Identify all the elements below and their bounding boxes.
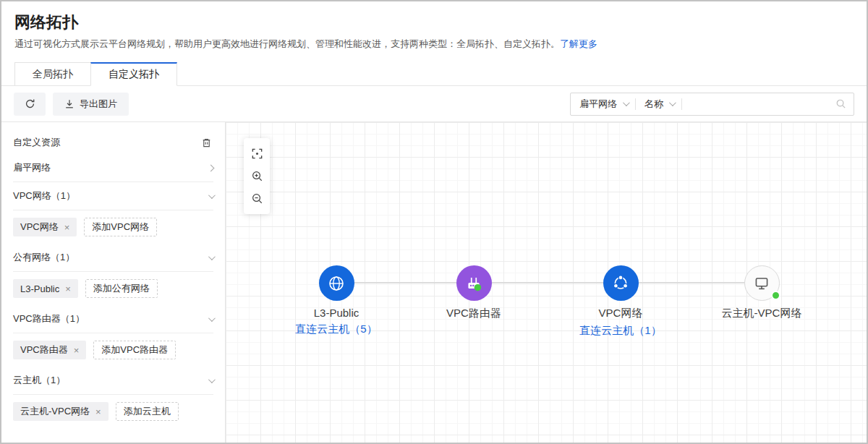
zoom-in-icon bbox=[251, 170, 263, 182]
trash-icon bbox=[201, 137, 212, 148]
resource-type-value: 扁平网络 bbox=[579, 98, 617, 111]
custom-resource-sidebar: 自定义资源 扁平网络 VPC网络（1） VPC网络 bbox=[1, 122, 226, 443]
resource-tag[interactable]: VPC路由器 × bbox=[13, 341, 86, 359]
add-vm-button[interactable]: 添加云主机 bbox=[116, 402, 179, 421]
tag-label: L3-Public bbox=[20, 283, 59, 294]
chevron-down-icon bbox=[208, 253, 216, 260]
node-label: VPC网络 bbox=[599, 307, 643, 320]
vpc-network-node[interactable] bbox=[603, 265, 639, 301]
export-image-label: 导出图片 bbox=[80, 98, 117, 111]
public-network-node[interactable] bbox=[319, 265, 354, 301]
add-public-network-button[interactable]: 添加公有网络 bbox=[85, 279, 158, 298]
section-label: 扁平网络 bbox=[13, 161, 51, 174]
node-vpc-network: VPC网络 直连云主机（1） bbox=[556, 265, 686, 338]
add-vpc-router-button[interactable]: 添加VPC路由器 bbox=[93, 341, 176, 359]
chevron-down-icon bbox=[208, 376, 216, 383]
resource-type-select[interactable]: 扁平网络 bbox=[571, 93, 635, 115]
vpc-router-node[interactable] bbox=[456, 265, 492, 301]
globe-icon bbox=[327, 274, 346, 293]
topology-canvas[interactable]: L3-Public 直连云主机（5） VPC路由器 bbox=[226, 122, 867, 443]
toolbar: 导出图片 扁平网络 名称 bbox=[1, 86, 867, 122]
resource-tag[interactable]: VPC网络 × bbox=[13, 218, 77, 236]
tag-label: 云主机-VPC网络 bbox=[20, 405, 90, 418]
zoom-out-icon bbox=[251, 192, 263, 205]
section-label: 云主机（1） bbox=[13, 374, 65, 387]
page-description: 通过可视化方式展示云平台网络规划，帮助用户更高效地进行网络规划、管理和性能改进，… bbox=[14, 38, 852, 50]
search-field-value: 名称 bbox=[644, 98, 663, 111]
tab-global-topology[interactable]: 全局拓扑 bbox=[14, 62, 91, 86]
vm-node[interactable] bbox=[744, 265, 780, 301]
sidebar-title: 自定义资源 bbox=[13, 136, 60, 149]
resource-tag[interactable]: L3-Public × bbox=[13, 279, 78, 298]
resource-tag[interactable]: 云主机-VPC网络 × bbox=[13, 402, 109, 421]
network-topology-page: 网络拓扑 通过可视化方式展示云平台网络规划，帮助用户更高效地进行网络规划、管理和… bbox=[0, 0, 868, 444]
remove-tag-icon[interactable]: × bbox=[95, 407, 101, 417]
node-label: L3-Public bbox=[314, 307, 359, 319]
learn-more-link[interactable]: 了解更多 bbox=[560, 38, 597, 49]
node-label: VPC路由器 bbox=[446, 307, 501, 320]
fit-view-icon bbox=[251, 148, 263, 160]
zoom-out-button[interactable] bbox=[245, 187, 268, 210]
tab-label: 全局拓扑 bbox=[33, 68, 73, 81]
section-items-public-network: L3-Public × 添加公有网络 bbox=[13, 272, 213, 305]
tag-label: VPC网络 bbox=[20, 221, 59, 234]
page-description-text: 通过可视化方式展示云平台网络规划，帮助用户更高效地进行网络规划、管理和性能改进，… bbox=[14, 38, 560, 49]
tab-label: 自定义拓扑 bbox=[109, 68, 159, 81]
tab-custom-topology[interactable]: 自定义拓扑 bbox=[90, 62, 177, 86]
status-running-dot bbox=[771, 291, 780, 300]
page-header: 网络拓扑 通过可视化方式展示云平台网络规划，帮助用户更高效地进行网络规划、管理和… bbox=[1, 1, 867, 50]
section-label: VPC路由器（1） bbox=[13, 312, 85, 325]
canvas-zoom-controls bbox=[244, 138, 270, 214]
sidebar-section-public-network[interactable]: 公有网络（1） bbox=[13, 244, 213, 272]
chevron-down-icon bbox=[669, 99, 676, 106]
vm-monitor-icon bbox=[752, 274, 771, 293]
fit-view-button[interactable] bbox=[245, 142, 268, 165]
node-vm: 云主机-VPC网络 bbox=[697, 265, 827, 320]
clear-resources-button[interactable] bbox=[200, 136, 213, 150]
search-bar: 扁平网络 名称 bbox=[570, 93, 854, 116]
search-input[interactable] bbox=[682, 93, 828, 115]
node-public-network: L3-Public 直连云主机（5） bbox=[271, 265, 401, 336]
remove-tag-icon[interactable]: × bbox=[74, 346, 80, 355]
sidebar-section-vm[interactable]: 云主机（1） bbox=[13, 367, 213, 395]
refresh-button[interactable] bbox=[14, 93, 46, 116]
router-icon bbox=[464, 274, 483, 293]
add-vpc-network-button[interactable]: 添加VPC网络 bbox=[84, 218, 157, 236]
sidebar-section-vpc-router[interactable]: VPC路由器（1） bbox=[13, 305, 213, 333]
sidebar-section-vpc-network[interactable]: VPC网络（1） bbox=[13, 182, 213, 210]
search-icon bbox=[835, 98, 846, 109]
chevron-down-icon bbox=[208, 315, 216, 322]
vpc-network-icon bbox=[611, 274, 630, 293]
chevron-down-icon bbox=[623, 99, 630, 106]
attached-vm-link[interactable]: 直连云主机（1） bbox=[579, 324, 661, 338]
remove-tag-icon[interactable]: × bbox=[65, 284, 71, 294]
sidebar-header: 自定义资源 bbox=[13, 131, 213, 154]
section-label: VPC网络（1） bbox=[13, 189, 75, 202]
node-vpc-router: VPC路由器 bbox=[409, 265, 539, 320]
page-title: 网络拓扑 bbox=[14, 12, 852, 33]
node-label: 云主机-VPC网络 bbox=[722, 307, 802, 320]
search-button[interactable] bbox=[828, 98, 854, 109]
sidebar-section-flat-network[interactable]: 扁平网络 bbox=[13, 154, 213, 182]
remove-tag-icon[interactable]: × bbox=[64, 223, 70, 232]
section-items-vm: 云主机-VPC网络 × 添加云主机 bbox=[13, 395, 213, 428]
section-items-vpc-network: VPC网络 × 添加VPC网络 bbox=[13, 210, 213, 244]
content: 自定义资源 扁平网络 VPC网络（1） VPC网络 bbox=[1, 122, 867, 443]
search-field-select[interactable]: 名称 bbox=[636, 93, 681, 115]
section-label: 公有网络（1） bbox=[13, 251, 75, 264]
refresh-icon bbox=[25, 98, 35, 109]
download-icon bbox=[64, 99, 75, 109]
export-image-button[interactable]: 导出图片 bbox=[53, 93, 129, 116]
section-items-vpc-router: VPC路由器 × 添加VPC路由器 bbox=[13, 333, 213, 367]
zoom-in-button[interactable] bbox=[245, 165, 268, 187]
toolbar-right: 扁平网络 名称 bbox=[570, 93, 854, 116]
chevron-down-icon bbox=[208, 192, 216, 199]
tabbar: 全局拓扑 自定义拓扑 bbox=[1, 62, 867, 86]
attached-vm-link[interactable]: 直连云主机（5） bbox=[295, 323, 377, 336]
chevron-right-icon bbox=[208, 164, 215, 171]
tag-label: VPC路由器 bbox=[20, 343, 68, 357]
